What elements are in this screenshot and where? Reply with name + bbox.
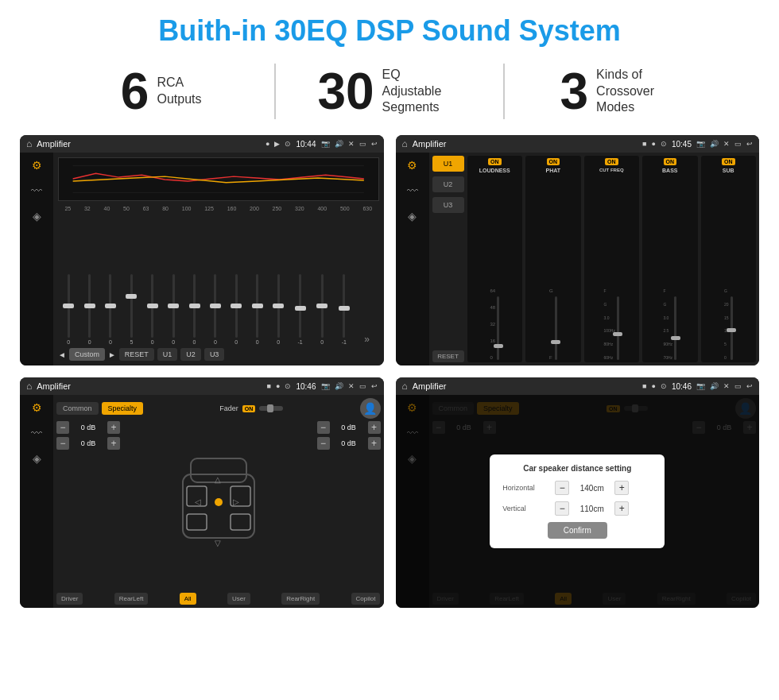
eq-sidebar-icon-2[interactable]: 〰 [31, 184, 42, 197]
dialog-horizontal-value: 140cm [574, 484, 610, 493]
eq-slider-2[interactable]: 0 [88, 274, 91, 345]
eq-sidebar-icon-1[interactable]: ⚙ [32, 159, 42, 172]
eq-slider-5[interactable]: 0 [151, 274, 154, 345]
eq-slider-11[interactable]: 0 [277, 274, 280, 345]
cs-plus-3[interactable]: + [368, 421, 381, 434]
stat-number-rca: 6 [121, 66, 149, 117]
cs-copilot-btn[interactable]: Copilot [351, 593, 381, 605]
amp-loudness-slider[interactable] [497, 296, 499, 360]
cs-all-btn[interactable]: All [180, 593, 196, 605]
cs-x-icon[interactable]: ✕ [348, 382, 355, 390]
cs-user-btn[interactable]: User [227, 593, 250, 605]
eq-slider-10[interactable]: 0 [256, 274, 259, 345]
cs-driver-btn[interactable]: Driver [56, 593, 83, 605]
amp-cutfreq-slider[interactable] [617, 296, 619, 360]
dialog-back-icon[interactable]: ↩ [746, 382, 753, 390]
dialog-vertical-minus[interactable]: − [555, 501, 569, 516]
eq-curve-svg [59, 158, 378, 200]
eq-u2-btn[interactable]: U2 [180, 348, 201, 361]
eq-slider-6[interactable]: 0 [172, 274, 175, 345]
amp-u1-btn[interactable]: U1 [432, 156, 464, 172]
cs-plus-2[interactable]: + [107, 437, 120, 450]
cs-sidebar-icon-2[interactable]: 〰 [31, 427, 42, 439]
eq-slider-1[interactable]: 0 [67, 274, 70, 345]
eq-x-icon[interactable]: ✕ [348, 140, 355, 148]
cs-db-val-1: 0 dB [72, 423, 105, 431]
eq-slider-9[interactable]: 0 [234, 274, 238, 345]
amp-back-icon[interactable]: ↩ [746, 140, 753, 148]
amp-sidebar-icon-3[interactable]: ◈ [408, 210, 417, 222]
amp-home-icon[interactable]: ⌂ [402, 138, 408, 149]
cs-time: 10:46 [296, 382, 316, 391]
eq-slider-8[interactable]: 0 [214, 274, 217, 345]
cs-back-icon[interactable]: ↩ [371, 382, 378, 390]
amp-bass-slider[interactable] [674, 296, 676, 360]
amp-loudness-label: LOUDNESS [479, 168, 510, 173]
cs-plus-4[interactable]: + [368, 437, 381, 450]
home-icon[interactable]: ⌂ [26, 138, 32, 149]
eq-sidebar-icon-3[interactable]: ◈ [33, 210, 41, 222]
amp-channel-cutfreq: ON CUT FREQ F G 3.0 100Hz 80Hz 60Hz [584, 156, 640, 362]
cs-specialty-tab[interactable]: Specialty [102, 402, 144, 415]
eq-slider-3[interactable]: 0 [109, 274, 112, 345]
cs-screen: ⌂ Amplifier ■ ● ⊙ 10:46 📷 🔊 ✕ ▭ ↩ ⚙ 〰 ◈ … [20, 377, 384, 608]
dialog-status-bar: ⌂ Amplifier ■ ● ⊙ 10:46 📷 🔊 ✕ ▭ ↩ [396, 377, 760, 395]
eq-custom-btn[interactable]: Custom [69, 348, 105, 361]
cs-rearleft-btn[interactable]: RearLeft [114, 593, 149, 605]
cs-right-controls: − 0 dB + − 0 dB + [317, 421, 381, 590]
eq-u3-btn[interactable]: U3 [204, 348, 225, 361]
cs-avatar[interactable]: 👤 [360, 398, 381, 419]
amp-u3-btn[interactable]: U3 [432, 197, 464, 213]
eq-slider-13[interactable]: 0 [320, 274, 324, 345]
dialog-dot2-icon: ● [652, 382, 656, 390]
eq-u1-btn[interactable]: U1 [157, 348, 178, 361]
cs-sidebar-icon-3[interactable]: ◈ [33, 452, 41, 465]
dialog-horizontal-minus[interactable]: − [555, 481, 569, 495]
freq-32: 32 [84, 206, 91, 211]
eq-slider-12[interactable]: -1 [298, 274, 303, 345]
cs-db-row-1: − 0 dB + [56, 421, 120, 434]
amp-x-icon[interactable]: ✕ [723, 140, 730, 148]
cs-sidebar-icon-1[interactable]: ⚙ [32, 401, 42, 414]
cs-min-icon[interactable]: ▭ [359, 382, 366, 390]
dialog-x-icon[interactable]: ✕ [723, 382, 730, 390]
svg-rect-7 [187, 514, 207, 530]
eq-next-icon[interactable]: ► [108, 350, 116, 359]
cs-minus-3[interactable]: − [317, 421, 330, 434]
eq-reset-btn[interactable]: RESET [119, 348, 154, 361]
eq-slider-14[interactable]: -1 [342, 274, 347, 345]
svg-point-9 [215, 498, 223, 506]
dialog-vertical-plus[interactable]: + [614, 501, 629, 516]
eq-main: 25 32 40 50 63 80 100 125 160 200 250 32… [53, 153, 384, 365]
amp-sidebar-icon-2[interactable]: 〰 [407, 184, 418, 197]
amp-reset-btn[interactable]: RESET [432, 350, 464, 362]
eq-slider-4[interactable]: 5 [130, 274, 133, 345]
cs-plus-1[interactable]: + [107, 421, 120, 434]
eq-slider-7[interactable]: 0 [193, 274, 196, 345]
amp-channel-sub: ON SUB G 20 15 10 5 0 [701, 156, 757, 362]
dialog-confirm-button[interactable]: Confirm [548, 522, 607, 539]
cs-common-tab[interactable]: Common [56, 402, 99, 415]
amp-sidebar-icon-1[interactable]: ⚙ [407, 159, 417, 172]
eq-freq-labels: 25 32 40 50 63 80 100 125 160 200 250 32… [58, 206, 379, 211]
cs-rearright-btn[interactable]: RearRight [281, 593, 320, 605]
dialog-min-icon[interactable]: ▭ [734, 382, 742, 390]
amp-vol-icon: 🔊 [710, 140, 719, 148]
cs-minus-4[interactable]: − [317, 437, 330, 450]
cs-minus-1[interactable]: − [56, 421, 69, 434]
amp-sub-slider[interactable] [731, 296, 733, 360]
eq-prev-icon[interactable]: ◄ [58, 350, 66, 359]
amp-phat-slider[interactable] [555, 296, 557, 360]
cs-fader-slider-track[interactable] [259, 406, 283, 411]
cs-home-icon[interactable]: ⌂ [26, 381, 32, 392]
eq-min-icon[interactable]: ▭ [359, 140, 366, 148]
dialog-horizontal-plus[interactable]: + [614, 481, 629, 495]
cs-minus-2[interactable]: − [56, 437, 69, 450]
amp-min-icon[interactable]: ▭ [734, 140, 742, 148]
eq-sliders-row: 0 0 0 5 0 [58, 215, 379, 345]
eq-navigate[interactable]: » [364, 334, 370, 345]
dialog-screen-content: ⚙ 〰 ◈ Common Specialty ON 👤 [396, 395, 760, 608]
dialog-home-icon[interactable]: ⌂ [402, 381, 408, 392]
amp-u2-btn[interactable]: U2 [432, 176, 464, 192]
eq-back-icon[interactable]: ↩ [371, 140, 378, 148]
